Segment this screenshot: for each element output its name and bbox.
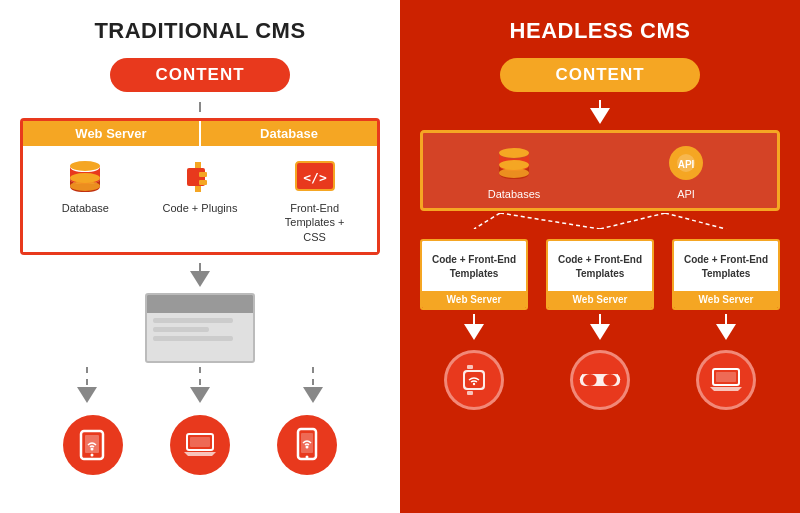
left-dashed-col bbox=[77, 367, 97, 403]
svg-text:API: API bbox=[678, 159, 695, 170]
down-arrow-1 bbox=[190, 271, 210, 287]
svg-rect-17 bbox=[301, 433, 313, 453]
headless-content-pill: CONTENT bbox=[500, 58, 700, 92]
website-mockup bbox=[145, 293, 255, 363]
headless-cms-panel: HEADLESS CMS CONTENT Databases bbox=[400, 0, 800, 513]
webserver-body-3: Code + Front-End Templates bbox=[674, 241, 778, 291]
headless-devices-row bbox=[420, 346, 780, 410]
webserver-footer-3: Web Server bbox=[674, 291, 778, 308]
database-cell: Database bbox=[45, 156, 125, 215]
headless-main-box: Databases API API bbox=[420, 130, 780, 211]
svg-line-31 bbox=[665, 213, 726, 229]
headless-down-arrow-3 bbox=[716, 324, 736, 340]
headless-database-cell: Databases bbox=[474, 143, 554, 200]
arrow-right bbox=[303, 387, 323, 403]
svg-point-39 bbox=[603, 374, 617, 386]
web-server-header: Web Server bbox=[23, 121, 201, 146]
vr-glasses-icon bbox=[579, 368, 621, 392]
svg-rect-44 bbox=[716, 372, 736, 382]
plugins-icon-wrap bbox=[178, 156, 222, 196]
svg-line-30 bbox=[600, 213, 665, 229]
svg-point-19 bbox=[305, 445, 308, 448]
headless-api-label: API bbox=[677, 188, 695, 200]
svg-point-36 bbox=[473, 383, 475, 385]
database-label: Database bbox=[62, 201, 109, 215]
frontend-label: Front-End Templates + CSS bbox=[275, 201, 355, 244]
headless-arrow-1 bbox=[590, 108, 610, 124]
arrow-col-2 bbox=[546, 314, 654, 340]
headless-connector-1 bbox=[599, 100, 601, 108]
tablet-col bbox=[63, 411, 123, 475]
frontend-icon-wrap: </> bbox=[293, 156, 337, 196]
svg-rect-15 bbox=[190, 437, 210, 447]
plugins-icon bbox=[181, 158, 219, 194]
svg-point-0 bbox=[70, 161, 100, 171]
webserver-box-1: Code + Front-End Templates Web Server bbox=[420, 239, 528, 310]
tablet-circle bbox=[63, 415, 123, 475]
arrow-left bbox=[77, 387, 97, 403]
svg-rect-40 bbox=[596, 377, 604, 383]
headless-api-cell: API API bbox=[646, 143, 726, 200]
connector-line-1 bbox=[199, 102, 201, 112]
mockup-line-1 bbox=[153, 318, 233, 323]
svg-text:</>: </> bbox=[303, 170, 327, 185]
webservers-row: Code + Front-End Templates Web Server Co… bbox=[420, 239, 780, 310]
dashed-arrow-center bbox=[199, 367, 201, 385]
laptop-circle bbox=[170, 415, 230, 475]
dashed-arrow-left bbox=[86, 367, 88, 385]
database-icon bbox=[66, 158, 104, 194]
headless-database-icon bbox=[495, 145, 533, 181]
dashed-lines-svg bbox=[420, 213, 780, 229]
webserver-footer-1: Web Server bbox=[422, 291, 526, 308]
headless-cms-title: HEADLESS CMS bbox=[420, 18, 780, 44]
vr-glasses-circle bbox=[570, 350, 630, 410]
frontend-cell: </> Front-End Templates + CSS bbox=[275, 156, 355, 244]
connector-2 bbox=[199, 263, 201, 271]
database-header: Database bbox=[201, 121, 377, 146]
arrow-to-mockup bbox=[20, 263, 380, 363]
webserver-box-2: Code + Front-End Templates Web Server bbox=[546, 239, 654, 310]
phone-circle bbox=[277, 415, 337, 475]
traditional-icons-row: Database Code + Plugins bbox=[23, 146, 377, 252]
svg-marker-7 bbox=[195, 186, 201, 192]
webserver-body-2: Code + Front-End Templates bbox=[548, 241, 652, 291]
smartwatch-icon bbox=[459, 363, 489, 397]
svg-point-20 bbox=[499, 148, 529, 158]
arrow-col-1 bbox=[420, 314, 528, 340]
dashed-arrows-area bbox=[20, 367, 380, 403]
svg-line-29 bbox=[500, 213, 600, 229]
webserver-body-1: Code + Front-End Templates bbox=[422, 241, 526, 291]
headless-laptop-col bbox=[672, 346, 780, 410]
svg-point-22 bbox=[499, 168, 529, 178]
arrow-col-3 bbox=[672, 314, 780, 340]
laptop-icon bbox=[182, 430, 218, 460]
svg-point-38 bbox=[583, 374, 597, 386]
svg-rect-32 bbox=[467, 365, 473, 369]
plugins-cell: Code + Plugins bbox=[160, 156, 240, 215]
connector-3 bbox=[473, 314, 475, 324]
headless-database-label: Databases bbox=[488, 188, 541, 200]
right-dashed-col bbox=[303, 367, 323, 403]
headless-database-icon-wrap bbox=[492, 143, 536, 183]
headless-arrows-area bbox=[420, 314, 780, 340]
mockup-line-3 bbox=[153, 336, 233, 341]
smartwatch-circle bbox=[444, 350, 504, 410]
svg-point-12 bbox=[91, 453, 94, 456]
traditional-devices-row bbox=[20, 411, 380, 475]
svg-point-13 bbox=[91, 447, 94, 450]
headless-down-arrow-2 bbox=[590, 324, 610, 340]
headless-laptop-icon bbox=[708, 365, 744, 395]
tablet-icon bbox=[77, 429, 109, 461]
phone-icon bbox=[293, 427, 321, 463]
traditional-main-box: Web Server Database Database bbox=[20, 118, 380, 255]
svg-rect-35 bbox=[465, 372, 483, 388]
headless-laptop-circle bbox=[696, 350, 756, 410]
frontend-icon: </> bbox=[294, 158, 336, 194]
database-icon-wrap bbox=[63, 156, 107, 196]
headless-down-arrow-1 bbox=[464, 324, 484, 340]
dashed-arrow-right bbox=[312, 367, 314, 385]
arrow-center bbox=[190, 387, 210, 403]
headless-api-icon: API bbox=[665, 143, 707, 183]
mockup-header bbox=[147, 295, 253, 313]
mockup-lines bbox=[147, 313, 253, 350]
